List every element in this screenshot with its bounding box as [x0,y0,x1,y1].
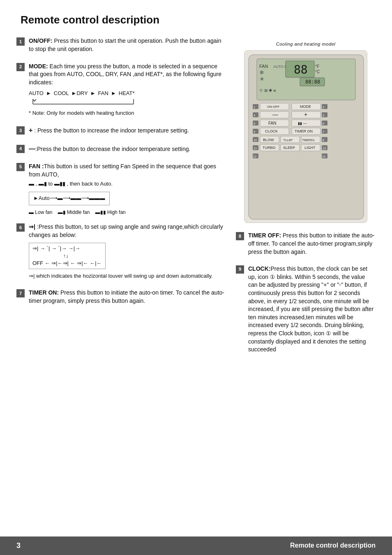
item-6-title: ⇒| [29,223,35,230]
badge-7: 7 [16,289,25,297]
svg-text:7: 7 [323,130,324,133]
svg-text:TMERD1: TMERD1 [302,138,315,142]
item-2-text: MODE: Each time you press the button, a … [29,63,228,87]
high-fan-label: ▬▮▮ High fan [95,209,126,215]
svg-text:10: 10 [254,139,257,142]
svg-text:☀: ☀ [259,76,265,82]
item-8-title: TIMER OFF: [248,232,281,239]
item-1-title: ON/OFF: [29,37,53,44]
fan-diagram: ►Auto⟶▬⟶▬▬⟶▬▬▬ [29,192,110,205]
svg-text:ON·OFF: ON·OFF [267,105,279,109]
badge-1: 1 [16,37,25,46]
svg-text:88: 88 [294,63,308,77]
svg-text:4: 4 [254,114,255,117]
item-5-title: FAN : [29,163,44,170]
page: Remote control description 1 ON/OFF: Pre… [0,0,392,555]
swing-diagram: ⇒| → `| → `|→ →|→ ↑↓ OFF ← ⇒|←⇒| ← ⇒|← ←… [29,243,106,269]
page-title: Remote control description [16,12,376,27]
item-8-text: TIMER OFF: Press this button to initiate… [248,232,376,256]
svg-text:6: 6 [323,122,324,125]
svg-text:CLOCK: CLOCK [265,129,278,133]
svg-text:+: + [304,111,307,118]
fan-labels: ▬ Low fan ▬▮ Middle fan ▬▮▮ High fan [29,209,228,216]
swing-note: ⇒| which indicates the hozizontal louver… [29,272,228,280]
item-3: 3 + : Press the button to increase the i… [16,126,228,137]
mode-arrow-4: ► [111,90,116,97]
svg-text:BLOW: BLOW [263,138,274,142]
item-5-content: FAN :This button is used for setting Fan… [29,163,228,216]
svg-text:°F: °F [315,64,319,69]
item-2-content: MODE: Each time you press the button, a … [29,63,228,119]
item-3-text: + : Press the button to increase the ind… [29,126,228,135]
low-fan-label: ▬ Low fan [29,209,52,215]
svg-text:12: 12 [253,155,256,158]
mode-note: * Note: Only for models with heating fun… [29,109,228,117]
badge-4: 4 [16,145,25,153]
mode-arrow-1: ► [46,90,51,97]
svg-text:5: 5 [254,122,255,125]
item-5-text: FAN :This button is used for setting Fan… [29,163,228,179]
mode-loop-svg [29,98,140,106]
svg-text:TIMER ON: TIMER ON [295,129,313,133]
item-6-content: ⇒| :Press this button, to set up swing a… [29,223,228,281]
svg-text:88:88: 88:88 [305,79,320,85]
footer-page-number: 3 [16,541,21,551]
footer-title: Remote control description [290,541,376,550]
remote-container: Cooling and heating model FAN AUTO DRY 8… [236,41,376,225]
remote-label: Cooling and heating model [236,41,376,47]
svg-text:9: 9 [254,130,255,133]
mode-heat: HEAT* [119,90,135,97]
svg-text:LIGHT: LIGHT [304,146,316,150]
svg-text:13: 13 [323,147,326,150]
mode-arrow-3: ► [90,90,96,97]
item-1-text: ON/OFF: Press this button to start the u… [29,37,228,53]
remote-svg-wrap: FAN AUTO DRY 88 °F °C ❄ ☀ 88:88 [244,50,367,225]
svg-text:MODE: MODE [300,104,311,109]
mode-sequence: AUTO ► COOL ►DRY ► FAN ► HEAT* [29,90,228,108]
badge-3: 3 [16,126,25,135]
item-9-text: CLOCK:Press this button, the clock can b… [248,265,376,354]
mode-cool: COOL [54,90,69,97]
svg-text:❄: ❄ [259,69,264,76]
badge-5: 5 [16,163,25,171]
item-3-content: + : Press the button to increase the ind… [29,126,228,137]
mode-seq-row: AUTO ► COOL ►DRY ► FAN ► HEAT* [29,90,228,97]
svg-text:SLEEP: SLEEP [283,146,295,150]
item-9-content: CLOCK:Press this button, the clock can b… [248,265,376,355]
item-7: 7 TIMER ON: Press this button to initiat… [16,289,228,307]
svg-text:1: 1 [254,106,255,109]
svg-text:FAN: FAN [268,121,276,125]
badge-2: 2 [16,63,25,71]
mid-fan-label: ▬▮ Middle fan [58,209,90,215]
item-7-text: TIMER ON: Press this button to initiate … [29,289,228,305]
down-arrow: ↑↓ [63,252,69,260]
fan-diagram-row: ►Auto⟶▬⟶▬▬⟶▬▬▬ [33,195,105,202]
badge-8: 8 [236,232,244,240]
left-column: 1 ON/OFF: Press this button to start the… [16,37,228,362]
svg-text:TURBO: TURBO [263,146,276,150]
svg-text:11: 11 [254,147,257,150]
svg-text:°C: °C [315,70,320,74]
remote-control-svg: FAN AUTO DRY 88 °F °C ❄ ☀ 88:88 [244,50,367,223]
svg-text:8: 8 [323,139,324,142]
item-8-content: TIMER OFF: Press this button to initiate… [248,232,376,258]
item-2-title: MODE: [29,63,48,70]
item-6-text: ⇒| :Press this button, to set up swing a… [29,223,228,239]
mode-fan: FAN [98,90,108,97]
swing-row-top: ⇒| → `| → `|→ →|→ [32,245,102,252]
item-4: 4 —:Press the button to decrease the ind… [16,144,228,155]
mode-auto: AUTO [29,90,44,97]
item-9-title: CLOCK: [248,265,270,272]
svg-text:2: 2 [323,106,324,109]
item-7-content: TIMER ON: Press this button to initiate … [29,289,228,307]
svg-text:⏱ ☰ ✦ ▣: ⏱ ☰ ✦ ▣ [259,88,276,93]
footer-bar: 3 Remote control description [0,536,392,555]
fan-sequence-text: ▬ , ▬▮ to ▬▮▮ , then back to Auto. [29,180,228,188]
svg-text:FAN: FAN [259,64,268,69]
mode-loop-bracket [29,98,228,108]
badge-6: 6 [16,223,25,232]
item-3-title: + [29,127,32,134]
badge-9: 9 [236,265,244,274]
item-5: 5 FAN :This button is used for setting F… [16,163,228,216]
swing-row-bottom: OFF ← ⇒|←⇒| ← ⇒|← ←|← [32,260,102,267]
